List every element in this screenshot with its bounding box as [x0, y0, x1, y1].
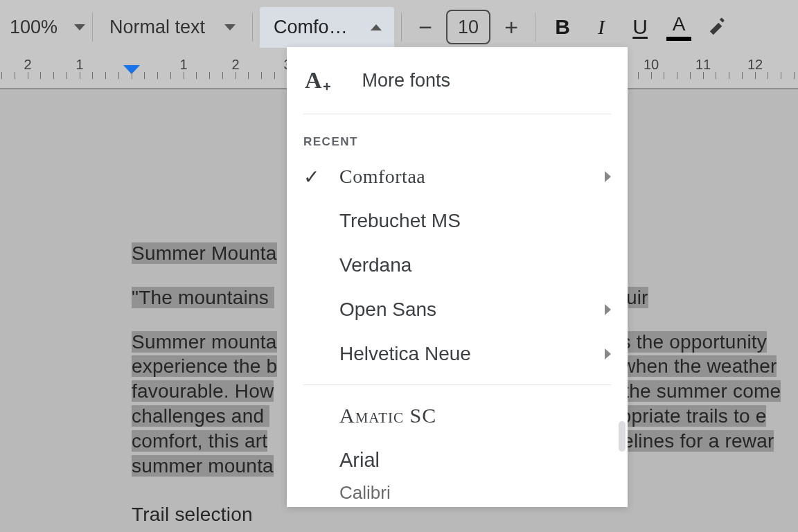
- paragraph-style-dropdown[interactable]: Normal text: [100, 0, 245, 54]
- font-option-label: Trebuchet MS: [339, 210, 461, 232]
- font-size-decrease[interactable]: −: [411, 14, 439, 41]
- chevron-down-icon: [74, 24, 85, 30]
- ruler-number: 11: [695, 57, 711, 73]
- document-text-selected: Summer Mounta: [132, 242, 277, 264]
- chevron-right-icon: [605, 348, 611, 360]
- highlight-button[interactable]: [700, 11, 735, 43]
- ruler-number: 1: [179, 57, 187, 73]
- paragraph-style-value: Normal text: [109, 17, 205, 38]
- toolbar-separator: [401, 12, 402, 42]
- font-family-dropdown[interactable]: Comfo…: [260, 7, 394, 48]
- toolbar-separator: [92, 12, 93, 42]
- font-option-label: Verdana: [339, 254, 411, 276]
- zoom-dropdown[interactable]: 100%: [6, 0, 85, 54]
- document-text: Trail selection: [132, 504, 253, 525]
- font-option-label: Arial: [339, 449, 380, 472]
- document-text-selected: uir: [626, 287, 648, 308]
- document-text-selected: favourable. How: [132, 380, 274, 402]
- chevron-up-icon: [371, 24, 382, 30]
- document-text-selected: challenges and: [132, 405, 269, 427]
- font-option-verdana[interactable]: Verdana: [287, 243, 628, 287]
- toolbar: 100% Normal text Comfo… − 10 + B I U A: [0, 0, 798, 54]
- toolbar-separator: [252, 12, 253, 42]
- document-text-selected: experience the b: [132, 355, 277, 377]
- underline-button[interactable]: U: [623, 11, 657, 43]
- zoom-value: 100%: [10, 17, 57, 38]
- font-option-open-sans[interactable]: Open Sans: [287, 287, 628, 332]
- font-option-calibri[interactable]: Calibri: [287, 482, 628, 503]
- ruler-number: 1: [76, 57, 83, 73]
- font-family-value: Comfo…: [274, 17, 348, 38]
- bold-button[interactable]: B: [545, 11, 580, 43]
- font-size-input[interactable]: 10: [446, 10, 490, 44]
- document-text-selected: delines for a rewar: [612, 430, 774, 452]
- document-text-selected: when the weather: [621, 355, 777, 377]
- font-option-helvetica-neue[interactable]: Helvetica Neue: [287, 332, 628, 376]
- highlighter-icon: [707, 17, 728, 37]
- font-option-label: Comfortaa: [339, 166, 425, 188]
- text-color-button[interactable]: A: [662, 11, 696, 43]
- text-color-swatch: [666, 37, 691, 41]
- font-menu-more-label: More fonts: [362, 70, 451, 91]
- menu-divider: [303, 384, 611, 385]
- font-menu-section-recent: RECENT: [287, 123, 628, 154]
- ruler-number: 2: [231, 57, 239, 73]
- chevron-down-icon: [224, 24, 236, 30]
- font-menu: A+ More fonts RECENT ✓ Comfortaa Trebuch…: [287, 47, 628, 507]
- italic-button[interactable]: I: [584, 11, 619, 43]
- document-text-selected: Summer mounta: [132, 331, 277, 353]
- font-option-amatic-sc[interactable]: Amatic SC: [287, 393, 628, 438]
- more-fonts-icon: A+: [305, 67, 322, 94]
- document-text-selected: s the opportunity: [621, 331, 767, 353]
- document-text-selected: comfort, this art: [132, 430, 267, 452]
- font-option-arial[interactable]: Arial: [287, 438, 628, 482]
- font-option-label: Amatic SC: [339, 404, 436, 427]
- ruler-number: 10: [644, 57, 659, 73]
- document-text-selected: "The mountains: [132, 287, 274, 308]
- font-option-comfortaa[interactable]: ✓ Comfortaa: [287, 154, 628, 199]
- font-option-trebuchet[interactable]: Trebuchet MS: [287, 199, 628, 243]
- menu-divider: [303, 114, 611, 114]
- document-text-selected: the summer come: [618, 380, 781, 402]
- document-text-selected: summer mounta: [132, 455, 274, 477]
- font-option-label: Calibri: [339, 482, 391, 503]
- font-menu-more-fonts[interactable]: A+ More fonts: [287, 47, 628, 114]
- chevron-right-icon: [605, 304, 611, 315]
- document-text-selected: ropriate trails to e: [614, 405, 766, 427]
- toolbar-separator: [535, 12, 535, 42]
- font-option-label: Open Sans: [339, 299, 436, 321]
- ruler-number: 12: [747, 57, 763, 73]
- font-option-label: Helvetica Neue: [339, 343, 471, 365]
- ruler-number: 2: [24, 57, 31, 73]
- check-icon: ✓: [303, 166, 320, 188]
- text-color-letter: A: [673, 13, 686, 35]
- scrollbar-thumb[interactable]: [619, 421, 626, 452]
- font-size-increase[interactable]: +: [497, 14, 525, 41]
- chevron-right-icon: [605, 171, 611, 182]
